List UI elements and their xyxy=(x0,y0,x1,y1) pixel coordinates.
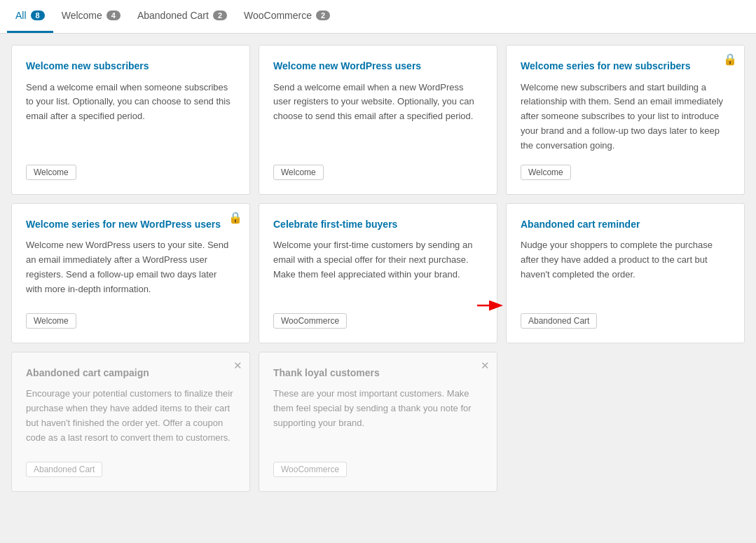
card-thank-loyal-customers[interactable]: ✕Thank loyal customersThese are your mos… xyxy=(259,352,497,492)
tabs-bar: All8Welcome4Abandoned Cart2WooCommerce2 xyxy=(0,0,756,34)
card-desc: Send a welcome email when a new WordPres… xyxy=(273,81,483,153)
card-desc: Encourage your potential customers to fi… xyxy=(26,387,235,450)
card-tag[interactable]: WooCommerce xyxy=(273,313,347,329)
card-title: Welcome new WordPress users xyxy=(273,60,483,74)
tab-label: All xyxy=(15,10,27,21)
tab-count: 2 xyxy=(316,11,330,20)
card-desc: Welcome your first-time customers by sen… xyxy=(273,238,483,301)
card-title: Welcome new subscribers xyxy=(26,60,235,74)
card-welcome-new-subscribers[interactable]: Welcome new subscribersSend a welcome em… xyxy=(11,45,250,195)
tab-count: 2 xyxy=(213,11,227,20)
card-tag[interactable]: Welcome xyxy=(521,165,571,180)
card-desc: Welcome new WordPress users to your site… xyxy=(26,238,235,301)
card-tag[interactable]: WooCommerce xyxy=(273,462,347,477)
tab-label: Welcome xyxy=(62,10,102,21)
tab-all[interactable]: All8 xyxy=(7,0,53,33)
card-welcome-new-wordpress-users[interactable]: Welcome new WordPress usersSend a welcom… xyxy=(259,45,497,195)
card-desc: Welcome new subscribers and start buildi… xyxy=(521,81,730,153)
card-tag[interactable]: Welcome xyxy=(273,165,324,180)
tab-count: 8 xyxy=(31,11,45,20)
card-title: Abandoned cart reminder xyxy=(521,218,730,232)
card-tag[interactable]: Abandoned Cart xyxy=(26,462,102,477)
card-welcome-series-wordpress-users[interactable]: 🔒Welcome series for new WordPress usersW… xyxy=(11,203,250,343)
card-celebrate-first-time-buyers[interactable]: Celebrate first-time buyersWelcome your … xyxy=(259,203,497,343)
tool-icon: ✕ xyxy=(481,359,490,372)
card-title: Abandoned cart campaign xyxy=(26,366,235,380)
tab-label: WooCommerce xyxy=(244,10,312,21)
tab-count: 4 xyxy=(106,11,121,20)
card-desc: Send a welcome email when someone subscr… xyxy=(26,81,235,153)
card-title: Thank loyal customers xyxy=(273,366,483,380)
tool-icon: ✕ xyxy=(233,359,242,372)
arrow-indicator xyxy=(477,295,505,316)
card-welcome-series-new-subscribers[interactable]: 🔒Welcome series for new subscribersWelco… xyxy=(506,45,745,195)
card-title: Welcome series for new WordPress users xyxy=(26,218,235,232)
card-abandoned-cart-campaign[interactable]: ✕Abandoned cart campaignEncourage your p… xyxy=(11,352,250,492)
card-desc: These are your most important customers.… xyxy=(273,387,483,450)
card-abandoned-cart-reminder[interactable]: Abandoned cart reminderNudge your shoppe… xyxy=(506,203,745,343)
tab-woocommerce[interactable]: WooCommerce2 xyxy=(235,0,338,33)
card-title: Welcome series for new subscribers xyxy=(521,60,730,74)
grid-container: Welcome new subscribersSend a welcome em… xyxy=(0,34,756,503)
card-tag[interactable]: Welcome xyxy=(26,313,76,329)
lock-icon: 🔒 xyxy=(723,53,737,66)
card-title: Celebrate first-time buyers xyxy=(273,218,483,232)
card-desc: Nudge your shoppers to complete the purc… xyxy=(521,238,730,301)
tab-abandoned-cart[interactable]: Abandoned Cart2 xyxy=(129,0,235,33)
card-tag[interactable]: Abandoned Cart xyxy=(521,313,597,329)
card-tag[interactable]: Welcome xyxy=(26,165,76,180)
tab-welcome[interactable]: Welcome4 xyxy=(53,0,129,33)
lock-icon: 🔒 xyxy=(228,211,242,224)
tab-label: Abandoned Cart xyxy=(137,10,209,21)
